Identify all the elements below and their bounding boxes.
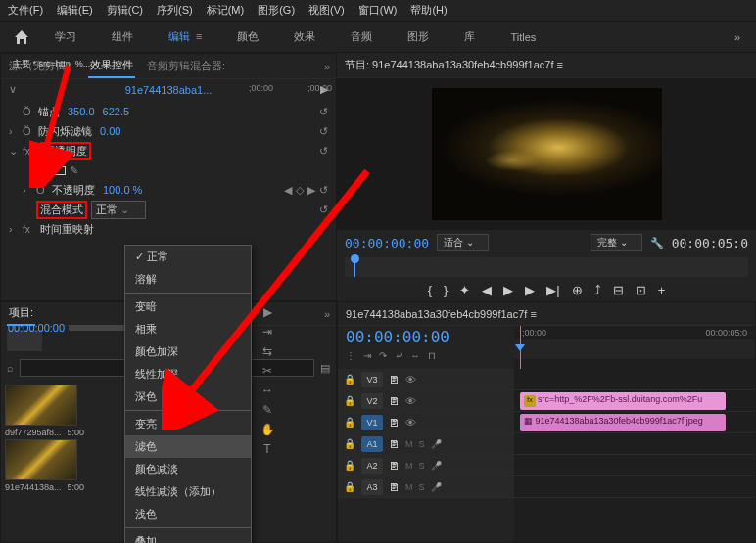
compare-icon[interactable]: ⊡ bbox=[636, 283, 646, 297]
monitor-ruler[interactable] bbox=[345, 257, 748, 277]
kf-add-icon[interactable]: ◇ bbox=[296, 184, 304, 197]
fx-badge-icon[interactable]: fx bbox=[23, 146, 36, 157]
lock-icon[interactable]: 🔒 bbox=[344, 374, 355, 385]
toggle-output-icon[interactable]: 🖹 bbox=[389, 374, 400, 385]
track-header-a2[interactable]: 🔒 A2 🖹 M S 🎤 bbox=[338, 455, 514, 476]
ws-editing[interactable]: 编辑 bbox=[151, 23, 219, 50]
clip-v2[interactable]: fxsrc=http_%2F%2Fb-ssl.duitang.com%2Fu bbox=[520, 392, 726, 410]
track-header-v2[interactable]: 🔒 V2 🖹 👁 bbox=[338, 390, 514, 412]
lift-icon[interactable]: ⊕ bbox=[572, 283, 583, 297]
monitor-viewport[interactable] bbox=[337, 78, 756, 230]
lock-icon[interactable]: 🔒 bbox=[344, 460, 355, 471]
solo-toggle[interactable]: S bbox=[419, 439, 425, 449]
panel-more-icon[interactable]: » bbox=[324, 61, 330, 72]
reset-icon[interactable]: ↺ bbox=[319, 125, 328, 138]
filter-icon[interactable]: ▤ bbox=[320, 362, 330, 375]
eye-icon[interactable]: 👁 bbox=[405, 374, 416, 385]
ws-more[interactable]: » bbox=[725, 31, 750, 43]
ws-color[interactable]: 颜色 bbox=[219, 23, 276, 50]
menu-view[interactable]: 视图(V) bbox=[308, 3, 345, 18]
lock-icon[interactable]: 🔒 bbox=[344, 438, 355, 449]
mask-ellipse-icon[interactable] bbox=[36, 166, 50, 175]
toggle-output-icon[interactable]: 🖹 bbox=[389, 481, 400, 493]
toggle-output-icon[interactable]: 🖹 bbox=[389, 438, 400, 450]
track-target[interactable]: V1 bbox=[361, 415, 383, 430]
solo-toggle[interactable]: S bbox=[419, 482, 425, 492]
blend-item-darken[interactable]: 变暗 bbox=[125, 295, 251, 318]
marker-tool-icon[interactable]: ↷ bbox=[379, 350, 387, 361]
toggle-output-icon[interactable]: 🖹 bbox=[389, 417, 400, 429]
reset-icon[interactable]: ↺ bbox=[319, 184, 328, 197]
track-select-tool-icon[interactable]: ⇥ bbox=[262, 325, 272, 339]
track-header-v1[interactable]: 🔒 V1 🖹 👁 bbox=[338, 412, 514, 433]
blend-item-multiply[interactable]: 相乘 bbox=[125, 318, 251, 340]
toggle-output-icon[interactable]: 🖹 bbox=[389, 395, 400, 407]
tab-audio-mixer[interactable]: 音频剪辑混合器: bbox=[145, 55, 227, 77]
export-frame-icon[interactable]: ⊟ bbox=[613, 283, 624, 297]
add-button-icon[interactable]: + bbox=[658, 283, 666, 297]
zoom-slider[interactable] bbox=[69, 325, 127, 331]
hand-tool-icon[interactable]: ✋ bbox=[260, 423, 275, 436]
ws-assembly[interactable]: 组件 bbox=[94, 23, 151, 50]
twist-icon[interactable]: › bbox=[9, 125, 19, 137]
timeline-ruler[interactable]: ;00:00 00:00:05:0 bbox=[514, 326, 755, 369]
timeline-playhead[interactable] bbox=[520, 326, 521, 369]
tool5-icon[interactable]: ↔ bbox=[410, 350, 420, 361]
mute-toggle[interactable]: M bbox=[405, 461, 413, 471]
panel-more-icon[interactable]: » bbox=[324, 308, 330, 320]
blend-item-normal[interactable]: 正常 bbox=[125, 246, 251, 268]
extract-icon[interactable]: ⤴ bbox=[594, 283, 601, 297]
reset-icon[interactable]: ↺ bbox=[319, 145, 328, 158]
track-target[interactable]: V3 bbox=[361, 372, 383, 387]
settings-icon[interactable]: ⤶ bbox=[395, 350, 402, 361]
step-fwd-icon[interactable]: ▶ bbox=[525, 283, 535, 297]
blend-item-lineardodge[interactable]: 线性减淡（添加） bbox=[125, 480, 251, 503]
clip-v1[interactable]: ▦ 91e744138aba13a30feb4cb999f1ac7f.jpeg bbox=[520, 414, 726, 431]
track-content[interactable]: fxsrc=http_%2F%2Fb-ssl.duitang.com%2Fu ▦… bbox=[514, 369, 755, 542]
blend-item-colorburn[interactable]: 颜色加深 bbox=[125, 340, 251, 363]
menu-graphics[interactable]: 图形(G) bbox=[258, 3, 295, 18]
reset-icon[interactable]: ↺ bbox=[319, 204, 328, 216]
blend-item-lightercolor[interactable]: 浅色 bbox=[125, 503, 251, 525]
menu-help[interactable]: 帮助(H) bbox=[410, 3, 447, 18]
selection-tool-icon[interactable]: ▶ bbox=[263, 305, 272, 319]
snap-icon[interactable]: ⋮ bbox=[346, 350, 355, 361]
anchor-x[interactable]: 350.0 bbox=[68, 106, 95, 117]
search-icon[interactable]: ⌕ bbox=[7, 362, 14, 374]
ws-learn[interactable]: 学习 bbox=[37, 23, 94, 50]
ws-effects[interactable]: 效果 bbox=[276, 23, 333, 50]
slip-tool-icon[interactable]: ↔ bbox=[261, 384, 273, 397]
opacity-group[interactable]: 不透明度 bbox=[40, 142, 91, 160]
voice-icon[interactable]: 🎤 bbox=[431, 461, 442, 471]
monitor-playhead[interactable] bbox=[354, 257, 355, 277]
mask-pen-icon[interactable]: ✎ bbox=[70, 164, 78, 177]
ws-titles[interactable]: Titles bbox=[493, 25, 553, 49]
blend-item-dissolve[interactable]: 溶解 bbox=[125, 268, 251, 291]
track-header-a3[interactable]: 🔒 A3 🖹 M S 🎤 bbox=[338, 476, 514, 498]
track-target[interactable]: A3 bbox=[361, 479, 383, 495]
ripple-tool-icon[interactable]: ⇆ bbox=[262, 344, 272, 358]
time-remap-group[interactable]: 时间重映射 bbox=[40, 222, 94, 237]
mark-out-icon[interactable]: } bbox=[444, 283, 448, 297]
ws-library[interactable]: 库 bbox=[447, 23, 493, 50]
twist-icon[interactable]: › bbox=[9, 223, 19, 235]
track-target[interactable]: A2 bbox=[361, 458, 383, 474]
lock-icon[interactable]: 🔒 bbox=[344, 395, 355, 406]
home-icon[interactable] bbox=[6, 25, 37, 49]
menu-window[interactable]: 窗口(W) bbox=[358, 3, 398, 18]
track-target[interactable]: V2 bbox=[361, 393, 383, 409]
voice-icon[interactable]: 🎤 bbox=[431, 482, 442, 492]
linked-icon[interactable]: ⇥ bbox=[363, 350, 371, 361]
ws-graphics[interactable]: 图形 bbox=[390, 23, 447, 50]
flicker-val[interactable]: 0.00 bbox=[100, 125, 120, 137]
menu-file[interactable]: 文件(F) bbox=[8, 3, 43, 18]
mark-in-icon[interactable]: { bbox=[428, 283, 432, 297]
monitor-tc-left[interactable]: 00:00:00:00 bbox=[345, 236, 429, 250]
anchor-y[interactable]: 622.5 bbox=[103, 106, 130, 117]
twist-icon[interactable]: ⌄ bbox=[9, 145, 19, 158]
kf-prev-icon[interactable]: ◀ bbox=[284, 184, 292, 197]
lock-icon[interactable]: 🔒 bbox=[344, 481, 355, 492]
marker-icon[interactable]: ✦ bbox=[459, 283, 470, 297]
menu-marker[interactable]: 标记(M) bbox=[207, 3, 245, 18]
fx-badge-icon[interactable]: fx bbox=[23, 224, 36, 235]
